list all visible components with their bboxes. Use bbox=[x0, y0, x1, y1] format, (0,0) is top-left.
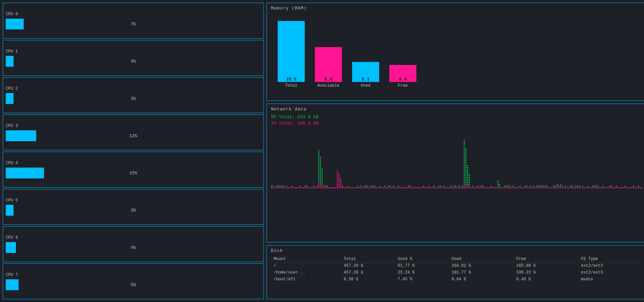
cpu-label: CPU 2 bbox=[6, 86, 261, 91]
cpu-label: CPU 0 bbox=[6, 12, 261, 17]
disk-cell-mount: /home/user... bbox=[271, 269, 341, 276]
memory-bar-label: Free bbox=[398, 83, 408, 88]
left-panel: CPU 07%CPU 13%CPU 23%CPU 312%CPU 415%CPU… bbox=[3, 3, 267, 299]
memory-bar-item: 5.1Used bbox=[352, 21, 379, 88]
cpu-percent: 4% bbox=[131, 245, 136, 250]
table-row: /boot/efi0.50 G7.45 %0.04 G0.46 Gmsdos bbox=[271, 276, 643, 283]
memory-bar-item: 4.4Free bbox=[389, 21, 416, 88]
disk-header-used: Used bbox=[449, 256, 513, 262]
cpu-bar bbox=[6, 168, 44, 178]
cpu-percent: 5% bbox=[131, 282, 136, 287]
cpu-bar-container: 3% bbox=[6, 93, 261, 104]
cpu-label: CPU 4 bbox=[6, 161, 261, 166]
tx-label: TX Total: bbox=[271, 121, 295, 126]
cpu-bar-container: 3% bbox=[6, 56, 261, 67]
disk-cell-used: 0.04 G bbox=[449, 276, 513, 283]
cpu-bar bbox=[6, 205, 14, 216]
memory-section: Memory (RAM) 15.5Total8.9Available5.1Use… bbox=[267, 3, 644, 101]
memory-bar-visual: 8.9 bbox=[315, 47, 342, 82]
cpu-bar bbox=[6, 56, 14, 67]
main-grid: CPU 07%CPU 13%CPU 23%CPU 312%CPU 415%CPU… bbox=[0, 0, 644, 302]
cpu-percent: 12% bbox=[129, 133, 137, 138]
rx-label: RX Total: bbox=[271, 114, 295, 120]
disk-cell-used_pct: 61.77 % bbox=[395, 262, 449, 269]
disk-header-row: Mount Total Used % Used Free FS Type bbox=[271, 256, 643, 262]
disk-title: Disk bbox=[271, 248, 643, 253]
cpu-bar-container: 7% bbox=[6, 19, 261, 29]
disk-header-total: Total bbox=[341, 256, 395, 262]
disk-table: Mount Total Used % Used Free FS Type /45… bbox=[271, 256, 643, 283]
disk-cell-mount: /boot/efi bbox=[271, 276, 341, 283]
cpu-bar bbox=[6, 242, 16, 253]
cpu-box-cpu1: CPU 13% bbox=[3, 40, 264, 76]
memory-title: Memory (RAM) bbox=[271, 6, 643, 11]
disk-cell-fstype: ext2/ext3 bbox=[578, 262, 643, 269]
cpu-box-cpu5: CPU 53% bbox=[3, 189, 264, 225]
tx-value: 148.3 bbox=[297, 121, 310, 126]
memory-bar-label: Available bbox=[318, 83, 340, 88]
memory-bar-label: Used bbox=[361, 83, 371, 88]
cpu-bar bbox=[6, 130, 36, 141]
network-chart bbox=[271, 127, 643, 242]
cpu-percent: 3% bbox=[131, 208, 136, 213]
cpu-label: CPU 3 bbox=[6, 124, 261, 128]
cpu-label: CPU 6 bbox=[6, 235, 261, 240]
disk-cell-fstype: ext2/ext3 bbox=[578, 269, 643, 276]
cpu-box-cpu2: CPU 23% bbox=[3, 77, 264, 113]
memory-bars: 15.5Total8.9Available5.1Used4.4Free bbox=[271, 14, 643, 88]
cpu-label: CPU 1 bbox=[6, 49, 261, 54]
disk-cell-used: 101.77 G bbox=[449, 269, 513, 276]
disk-cell-total: 0.50 G bbox=[341, 276, 395, 283]
right-panel: Memory (RAM) 15.5Total8.9Available5.1Use… bbox=[267, 3, 644, 299]
memory-bar-wrapper: 15.5 bbox=[278, 21, 305, 82]
rx-value: 533.9 bbox=[297, 114, 310, 120]
cpu-bar-container: 5% bbox=[6, 279, 261, 290]
memory-bar-wrapper: 8.9 bbox=[315, 21, 342, 82]
disk-cell-mount: / bbox=[271, 262, 341, 269]
table-row: /457.20 G61.77 %268.02 G165.89 Gext2/ext… bbox=[271, 262, 643, 269]
cpu-box-cpu7: CPU 75% bbox=[3, 263, 264, 299]
disk-cell-fstype: msdos bbox=[578, 276, 643, 283]
disk-cell-total: 457.20 G bbox=[341, 269, 395, 276]
memory-bar-visual: 5.1 bbox=[352, 62, 379, 82]
rx-unit: kB bbox=[313, 114, 319, 120]
network-rx: RX Total: 533.9 kB bbox=[271, 114, 643, 120]
disk-cell-free: 165.89 G bbox=[513, 262, 578, 269]
disk-cell-free: 0.46 G bbox=[513, 276, 578, 283]
cpu-label: CPU 5 bbox=[6, 198, 261, 203]
memory-bar-wrapper: 4.4 bbox=[389, 21, 416, 82]
disk-header-fstype: FS Type bbox=[578, 256, 643, 262]
cpu-percent: 3% bbox=[131, 59, 136, 64]
cpu-percent: 7% bbox=[131, 22, 136, 27]
cpu-bar-container: 15% bbox=[6, 168, 261, 178]
memory-bar-visual: 4.4 bbox=[389, 65, 416, 82]
memory-bar-visual: 15.5 bbox=[278, 21, 305, 82]
disk-cell-free: 336.23 G bbox=[513, 269, 578, 276]
memory-bar-item: 8.9Available bbox=[315, 21, 342, 88]
cpu-percent: 3% bbox=[131, 96, 136, 101]
disk-section: Disk Mount Total Used % Used Free FS Typ… bbox=[267, 245, 644, 299]
cpu-box-cpu3: CPU 312% bbox=[3, 114, 264, 150]
memory-bar-item: 15.5Total bbox=[278, 21, 305, 88]
cpu-bar-container: 4% bbox=[6, 242, 261, 253]
network-title: Network data bbox=[271, 107, 643, 112]
cpu-label: CPU 7 bbox=[6, 273, 261, 277]
cpu-bar bbox=[6, 19, 24, 29]
cpu-box-cpu0: CPU 07% bbox=[3, 3, 264, 39]
cpu-bar bbox=[6, 93, 14, 104]
disk-cell-total: 457.20 G bbox=[341, 262, 395, 269]
disk-header-usedpct: Used % bbox=[395, 256, 449, 262]
disk-cell-used_pct: 23.24 % bbox=[395, 269, 449, 276]
network-tx: TX Total: 148.3 kB bbox=[271, 121, 643, 126]
cpu-bar-container: 12% bbox=[6, 130, 261, 141]
tx-unit: kB bbox=[313, 121, 319, 126]
disk-cell-used_pct: 7.45 % bbox=[395, 276, 449, 283]
disk-header-free: Free bbox=[513, 256, 578, 262]
cpu-box-cpu4: CPU 415% bbox=[3, 152, 264, 188]
cpu-bar-container: 3% bbox=[6, 205, 261, 216]
disk-cell-used: 268.02 G bbox=[449, 262, 513, 269]
memory-bar-label: Total bbox=[285, 83, 297, 88]
cpu-bar bbox=[6, 279, 19, 290]
network-section: Network data RX Total: 533.9 kB TX Total… bbox=[267, 104, 644, 242]
disk-header-mount: Mount bbox=[271, 256, 341, 262]
